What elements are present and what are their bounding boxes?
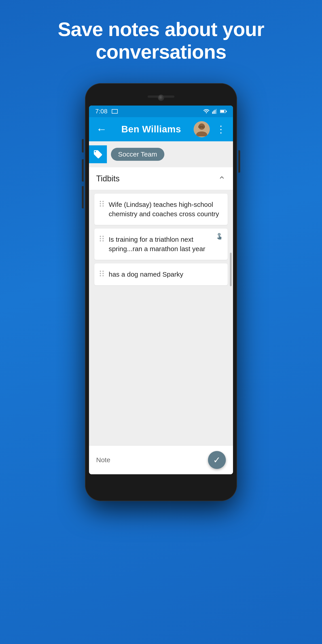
app-bar-title: Ben Williams <box>113 124 189 134</box>
front-camera <box>158 94 164 101</box>
note-card[interactable]: Is training for a triathlon next spring.… <box>94 228 228 260</box>
svg-rect-3 <box>216 109 217 114</box>
drag-handle-icon <box>100 201 104 206</box>
note-text: has a dog named Sparky <box>109 270 222 279</box>
svg-rect-1 <box>213 111 214 114</box>
app-bar: ← Ben Williams ⋮ <box>89 117 233 141</box>
status-left: 7:08 <box>95 108 118 115</box>
note-text: Wife (Lindsay) teaches high-school chemi… <box>109 200 222 219</box>
chevron-up-icon <box>218 174 226 182</box>
drag-handle-icon <box>100 270 104 276</box>
note-label: Note <box>96 456 110 464</box>
tags-bar: Soccer Team <box>89 141 233 167</box>
wifi-icon <box>203 109 210 114</box>
hero-title: Save notes about your conversations <box>0 18 322 63</box>
bottom-bar: Note ✓ <box>89 446 233 474</box>
more-options-button[interactable]: ⋮ <box>214 122 228 136</box>
tag-icon-button[interactable] <box>89 145 107 163</box>
avatar-image <box>194 121 210 137</box>
avatar[interactable] <box>194 121 210 137</box>
drag-handle-icon <box>100 236 104 242</box>
svg-rect-0 <box>212 112 213 114</box>
svg-point-8 <box>198 124 205 130</box>
status-time: 7:08 <box>95 108 108 115</box>
notes-list: Wife (Lindsay) teaches high-school chemi… <box>89 190 233 289</box>
tidbits-header: Tidbits <box>89 167 233 190</box>
touch-icon <box>216 232 223 240</box>
status-right <box>203 109 227 114</box>
svg-rect-2 <box>215 110 216 114</box>
edit-icon[interactable] <box>216 232 223 242</box>
empty-content-area <box>89 289 233 446</box>
back-button[interactable]: ← <box>94 122 109 136</box>
svg-rect-6 <box>226 111 227 112</box>
signal-icon <box>212 109 218 114</box>
svg-rect-5 <box>220 110 224 113</box>
silent-switch <box>82 186 84 208</box>
scrollbar <box>230 253 232 286</box>
tidbits-title: Tidbits <box>96 174 120 183</box>
tag-icon <box>93 149 103 159</box>
volume-down-button <box>82 159 84 182</box>
collapse-button[interactable] <box>218 174 226 184</box>
power-button <box>238 150 240 173</box>
fab-button[interactable]: ✓ <box>208 451 226 469</box>
phone-screen: 7:08 <box>89 106 233 474</box>
soccer-team-tag[interactable]: Soccer Team <box>111 148 164 161</box>
note-card[interactable]: Wife (Lindsay) teaches high-school chemi… <box>94 194 228 225</box>
volume-up-button <box>82 139 84 152</box>
status-bar: 7:08 <box>89 106 233 117</box>
phone-top-bezel <box>89 90 233 106</box>
phone-mockup: 7:08 <box>85 83 237 501</box>
phone-shell: 7:08 <box>85 83 237 501</box>
note-card[interactable]: has a dog named Sparky <box>94 264 228 285</box>
battery-icon <box>220 109 227 113</box>
gmail-icon <box>111 109 118 114</box>
note-text: Is training for a triathlon next spring.… <box>109 235 222 254</box>
